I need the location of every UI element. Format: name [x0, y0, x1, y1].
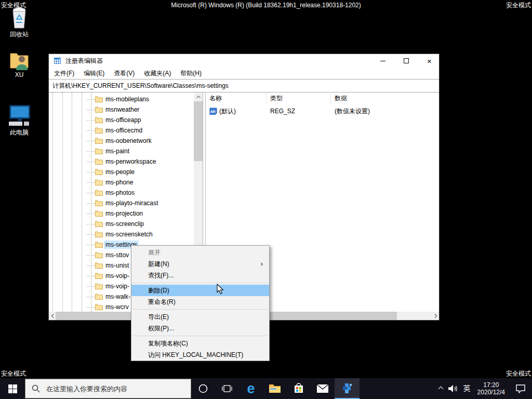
tree-item-ms-screenclip[interactable]: ms-screenclip [49, 219, 194, 229]
tree-item-ms-penworkspace[interactable]: ms-penworkspace [49, 156, 194, 167]
desktop-icon-recycle-bin[interactable]: 回收站 [0, 7, 38, 39]
menu-bar-item-1[interactable]: 编辑(E) [79, 69, 109, 78]
tree-item-label[interactable]: ms-unist [104, 261, 130, 270]
desktop-icon-this-pc[interactable]: 此电脑 [0, 104, 38, 137]
tree-item-label[interactable]: ms-people [104, 168, 136, 176]
tree-item-label[interactable]: ms-mobileplans [104, 95, 151, 103]
task-view-button[interactable] [215, 378, 239, 399]
tree-item-label[interactable]: msnweather [104, 105, 141, 114]
context-menu-item-7[interactable]: 导出(E) [131, 311, 269, 323]
tree-item-ms-paint[interactable]: ms-paint [49, 146, 194, 156]
tree-item-label[interactable]: ms-playto-miracast [104, 199, 159, 207]
tree-item-msnweather[interactable]: msnweather [49, 104, 194, 115]
cortana-button[interactable] [191, 378, 215, 399]
tree-item-label[interactable]: ms-wcrv [104, 303, 130, 311]
tree-item-label[interactable]: ms-officeapp [104, 116, 142, 124]
scroll-up-button[interactable] [194, 92, 203, 101]
tree-item-ms-phone[interactable]: ms-phone [49, 177, 194, 188]
tree-item-label[interactable]: ms-paint [104, 147, 131, 155]
desktop-icon-label: XU [0, 71, 38, 78]
tree-connector [87, 245, 95, 245]
taskbar-clock[interactable]: 17:20 2020/12/4 [473, 381, 509, 396]
tree-connector [87, 141, 95, 141]
microsoft-store-button[interactable] [287, 378, 311, 399]
value-row[interactable]: ab(默认)REG_SZ(数值未设置) [206, 106, 439, 116]
tree-connector [87, 182, 95, 183]
tree-item-label[interactable]: ms-phone [104, 178, 135, 187]
values-header-row: 名称 类型 数据 [206, 92, 439, 104]
minimize-button[interactable] [371, 54, 394, 68]
tree-item-ms-screensketch[interactable]: ms-screensketch [49, 229, 194, 240]
start-button[interactable] [0, 378, 25, 399]
tree-item-label[interactable]: ms-oobenetwork [104, 137, 153, 145]
tree-connector [87, 120, 95, 121]
edge-button[interactable]: e [239, 378, 263, 399]
tree-item-label[interactable]: ms-projection [104, 209, 144, 218]
clock-date: 2020/12/4 [477, 389, 505, 396]
tree-item-label[interactable]: ms-photos [104, 189, 136, 197]
tree-item-ms-people[interactable]: ms-people [49, 167, 194, 177]
desktop-icon-user-files-xu[interactable]: XU [0, 50, 38, 78]
context-menu: 展开新建(N)›查找(F)...删除(D)重命名(R)导出(E)权限(P)...… [131, 245, 270, 361]
action-center-button[interactable] [509, 378, 532, 399]
context-menu-item-10[interactable]: 复制项名称(C) [131, 338, 269, 349]
mouse-cursor [217, 284, 224, 295]
language-indicator[interactable]: 英 [461, 378, 473, 399]
context-menu-item-11[interactable]: 访问 HKEY_LOCAL_MACHINE(T) [131, 349, 269, 361]
menu-bar-item-4[interactable]: 帮助(H) [176, 69, 206, 78]
volume-button[interactable] [445, 378, 461, 399]
taskbar-search-box[interactable] [25, 379, 191, 398]
menu-bar-item-3[interactable]: 收藏夹(A) [139, 69, 176, 78]
search-input[interactable] [46, 385, 176, 393]
tree-item-label[interactable]: ms-voip- [104, 282, 131, 290]
tree-connector [87, 172, 95, 172]
tree-item-label[interactable]: ms-walk- [104, 292, 132, 301]
close-button[interactable]: × [418, 54, 441, 68]
tree-item-label[interactable]: ms-screensketch [104, 230, 154, 238]
folder-icon [95, 231, 103, 237]
context-menu-item-4[interactable]: 删除(D) [131, 285, 269, 296]
tree-item-ms-photos[interactable]: ms-photos [49, 188, 194, 198]
scroll-right-button[interactable] [430, 312, 439, 320]
context-menu-item-1[interactable]: 新建(N)› [131, 258, 269, 270]
tree-item-label[interactable]: ms-voip- [104, 272, 131, 280]
mail-button[interactable] [311, 378, 335, 399]
tree-connector [87, 224, 95, 224]
menu-bar-item-2[interactable]: 查看(V) [109, 69, 139, 78]
desktop-icon-label: 此电脑 [0, 128, 38, 137]
context-menu-separator [132, 309, 268, 310]
tree-connector [87, 265, 95, 266]
context-menu-item-2[interactable]: 查找(F)... [131, 270, 269, 281]
context-menu-item-8[interactable]: 权限(P)... [131, 323, 269, 334]
regedit-taskbar-button[interactable] [335, 378, 360, 399]
file-explorer-button[interactable] [263, 378, 287, 399]
chevron-up-icon [438, 386, 443, 391]
tree-connector [87, 99, 95, 100]
scrollbar-thumb[interactable] [194, 101, 203, 161]
folder-icon [95, 303, 103, 310]
system-tray: 英 17:20 2020/12/4 [436, 378, 532, 399]
value-name-cell[interactable]: ab(默认) [206, 107, 267, 116]
tree-item-ms-oobenetwork[interactable]: ms-oobenetwork [49, 136, 194, 146]
tree-item-ms-playto-miracast[interactable]: ms-playto-miracast [49, 198, 194, 208]
svg-text:ab: ab [210, 109, 215, 114]
column-header-data[interactable]: 数据 [331, 92, 439, 104]
menu-bar-item-0[interactable]: 文件(F) [49, 69, 79, 78]
hidden-icons-button[interactable] [436, 378, 445, 399]
address-bar[interactable]: 计算机\HKEY_CURRENT_USER\Software\Classes\m… [49, 79, 439, 92]
tree-item-ms-officecmd[interactable]: ms-officecmd [49, 125, 194, 136]
column-header-type[interactable]: 类型 [267, 92, 331, 104]
tree-item-label[interactable]: ms-officecmd [104, 126, 144, 135]
tree-item-ms-officeapp[interactable]: ms-officeapp [49, 115, 194, 125]
column-header-name[interactable]: 名称 [206, 92, 267, 104]
tree-item-ms-mobileplans[interactable]: ms-mobileplans [49, 94, 194, 104]
context-menu-item-5[interactable]: 重命名(R) [131, 296, 269, 308]
maximize-button[interactable] [394, 54, 418, 68]
tree-item-ms-projection[interactable]: ms-projection [49, 208, 194, 219]
tree-item-label[interactable]: ms-sttov [104, 251, 130, 259]
tree-item-label[interactable]: ms-screenclip [104, 220, 145, 228]
title-bar[interactable]: 注册表编辑器 × [49, 54, 439, 68]
value-rows: ab(默认)REG_SZ(数值未设置) [206, 106, 439, 116]
folder-icon [95, 137, 103, 144]
tree-item-label[interactable]: ms-penworkspace [104, 157, 157, 166]
